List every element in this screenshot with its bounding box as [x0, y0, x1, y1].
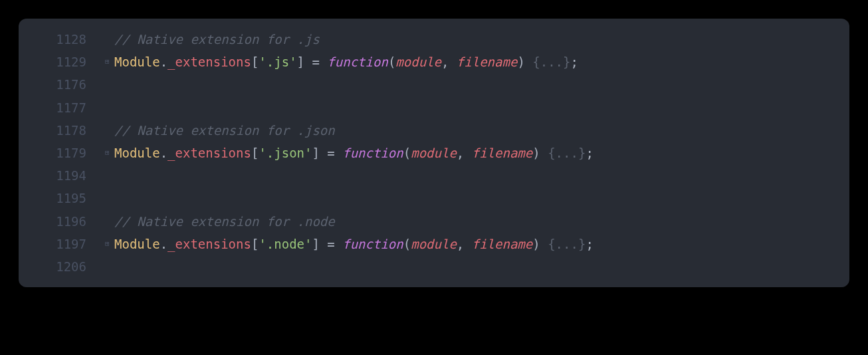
token-param: module — [411, 237, 457, 251]
code-line[interactable]: 1197⊞Module._extensions['.node'] = funct… — [19, 233, 849, 255]
code-editor[interactable]: 1128// Native extension for .js1129⊞Modu… — [19, 19, 849, 287]
code-content[interactable]: // Native extension for .json — [114, 119, 335, 142]
line-number[interactable]: 1177 — [19, 96, 105, 119]
token-string: '.node' — [259, 237, 312, 251]
token-comment: // Native extension for .node — [114, 214, 335, 229]
line-number[interactable]: 1178 — [19, 119, 105, 142]
token-param: module — [395, 55, 441, 69]
line-number[interactable]: 1176 — [19, 73, 105, 96]
token-keyword: function — [342, 237, 403, 251]
line-number[interactable]: 1206 — [19, 255, 105, 278]
line-number[interactable]: 1197 — [19, 233, 105, 255]
line-number[interactable]: 1179 — [19, 142, 105, 164]
fold-icon[interactable]: ⊞ — [105, 237, 114, 251]
code-content[interactable]: Module._extensions['.node'] = function(m… — [114, 233, 594, 255]
token-param: filename — [472, 146, 533, 160]
token-keyword: function — [327, 55, 388, 69]
token-punct: [ — [251, 55, 259, 69]
code-content[interactable]: Module._extensions['.json'] = function(m… — [114, 142, 594, 164]
code-line[interactable]: 1206 — [19, 255, 849, 278]
fold-icon[interactable]: ⊞ — [105, 146, 114, 160]
token-punct: , — [457, 146, 472, 160]
fold-icon[interactable]: ⊞ — [105, 55, 114, 68]
token-punct: [ — [251, 237, 259, 251]
token-folded: ... — [556, 237, 578, 251]
token-keyword: function — [342, 146, 403, 160]
token-property: _extensions — [167, 146, 251, 160]
code-content[interactable]: // Native extension for .js — [114, 28, 320, 51]
code-line[interactable]: 1179⊞Module._extensions['.json'] = funct… — [19, 142, 849, 164]
token-comment: // Native extension for .js — [114, 32, 320, 47]
code-line[interactable]: 1178// Native extension for .json — [19, 119, 849, 142]
token-punct: . — [160, 237, 167, 251]
token-punct: ( — [388, 55, 395, 69]
line-number[interactable]: 1129 — [19, 51, 105, 73]
token-punct: [ — [251, 146, 259, 160]
token-string: '.json' — [259, 146, 312, 160]
line-number[interactable]: 1195 — [19, 187, 105, 209]
token-punct: ; — [571, 55, 578, 69]
token-brace-dim: { — [548, 237, 555, 251]
token-punct: ) — [532, 146, 548, 160]
token-brace-dim: { — [548, 146, 555, 160]
token-punct: ( — [403, 146, 411, 160]
token-punct: ) — [532, 237, 548, 251]
code-line[interactable]: 1195 — [19, 187, 849, 209]
token-punct: ] = — [312, 146, 342, 160]
token-class-name: Module — [114, 237, 160, 251]
token-comment: // Native extension for .json — [114, 123, 335, 138]
token-punct: ( — [403, 237, 411, 251]
token-brace-dim: } — [563, 55, 570, 69]
token-brace-dim: } — [578, 237, 586, 251]
token-punct: ; — [586, 237, 593, 251]
token-folded: ... — [540, 55, 563, 69]
code-line[interactable]: 1128// Native extension for .js — [19, 28, 849, 51]
code-line[interactable]: 1194 — [19, 164, 849, 187]
token-param: filename — [472, 237, 533, 251]
code-line[interactable]: 1196// Native extension for .node — [19, 210, 849, 233]
token-punct: ) — [517, 55, 532, 69]
line-number[interactable]: 1128 — [19, 28, 105, 51]
code-line[interactable]: 1177 — [19, 96, 849, 119]
token-property: _extensions — [167, 237, 251, 251]
token-class-name: Module — [114, 146, 160, 160]
code-content[interactable]: Module._extensions['.js'] = function(mod… — [114, 51, 578, 73]
token-punct: ] = — [312, 237, 342, 251]
token-class-name: Module — [114, 55, 160, 69]
token-punct: ; — [586, 146, 593, 160]
line-number[interactable]: 1194 — [19, 164, 105, 187]
token-folded: ... — [556, 146, 578, 160]
code-line[interactable]: 1176 — [19, 73, 849, 96]
token-property: _extensions — [167, 55, 251, 69]
code-line[interactable]: 1129⊞Module._extensions['.js'] = functio… — [19, 51, 849, 73]
token-param: filename — [457, 55, 518, 69]
token-punct: , — [457, 237, 472, 251]
token-punct: , — [441, 55, 457, 69]
token-string: '.js' — [259, 55, 296, 69]
token-punct: . — [160, 55, 167, 69]
token-brace-dim: { — [532, 55, 540, 69]
token-param: module — [411, 146, 457, 160]
token-brace-dim: } — [578, 146, 586, 160]
code-content[interactable]: // Native extension for .node — [114, 210, 335, 233]
token-punct: . — [160, 146, 167, 160]
line-number[interactable]: 1196 — [19, 210, 105, 233]
token-punct: ] = — [297, 55, 328, 69]
